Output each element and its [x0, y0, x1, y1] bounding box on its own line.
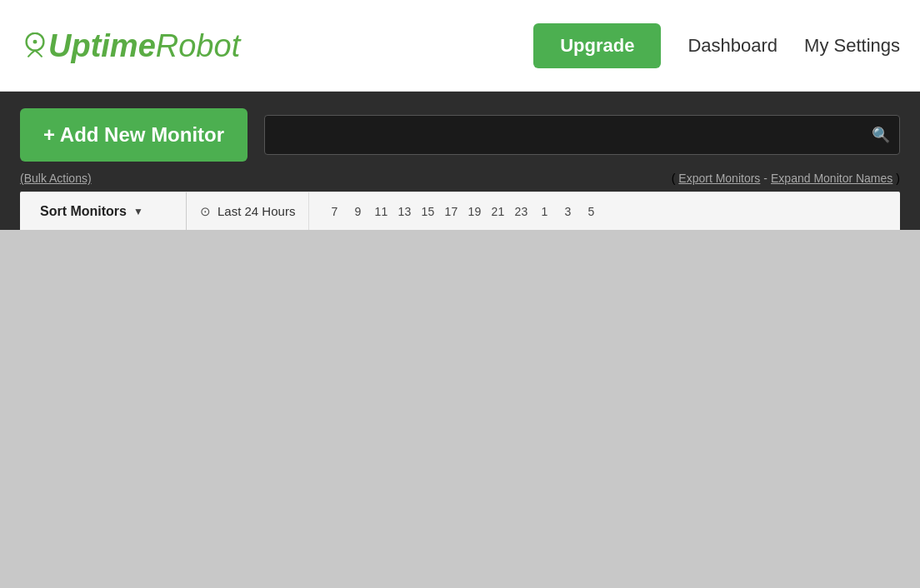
- hour-marker: 13: [392, 205, 416, 218]
- logo-text: UptimeRobot: [48, 30, 240, 62]
- hour-marker: 19: [462, 205, 486, 218]
- toolbar-row: + Add New Monitor 🔍: [20, 108, 900, 162]
- app-header: UptimeRobot Upgrade Dashboard My Setting…: [0, 0, 920, 92]
- main-toolbar: + Add New Monitor 🔍 (Bulk Actions) ( Exp…: [0, 92, 920, 230]
- hour-marker: 5: [579, 205, 602, 218]
- clock-icon: ⊙: [200, 204, 211, 219]
- hour-markers: 7911131517192123135: [309, 192, 900, 230]
- hour-marker: 7: [322, 205, 346, 218]
- my-settings-link[interactable]: My Settings: [804, 35, 900, 57]
- search-icon: 🔍: [872, 127, 890, 143]
- sort-monitors-button[interactable]: Sort Monitors ▼: [20, 192, 187, 230]
- hour-marker: 9: [346, 205, 369, 218]
- hour-marker: 17: [439, 205, 462, 218]
- search-icon-button[interactable]: 🔍: [872, 126, 890, 144]
- logo-icon: [22, 32, 48, 59]
- hour-marker: 21: [486, 205, 509, 218]
- svg-point-1: [33, 39, 38, 43]
- monitor-list-header: Sort Monitors ▼ ⊙ Last 24 Hours 79111315…: [20, 192, 900, 230]
- export-monitors-link[interactable]: Export Monitors: [678, 172, 760, 185]
- upgrade-button[interactable]: Upgrade: [533, 23, 661, 68]
- hour-marker: 15: [416, 205, 439, 218]
- logo-uptime: Uptime: [48, 28, 156, 63]
- export-separator: -: [763, 172, 768, 185]
- time-range-header: ⊙ Last 24 Hours: [187, 192, 309, 230]
- bulk-actions-link[interactable]: (Bulk Actions): [20, 172, 92, 185]
- hour-marker: 23: [509, 205, 532, 218]
- content-area: [0, 230, 920, 530]
- header-nav: Upgrade Dashboard My Settings: [533, 23, 900, 68]
- expand-monitor-names-link[interactable]: Expand Monitor Names: [771, 172, 892, 185]
- export-paren-close: ): [896, 172, 900, 185]
- logo: UptimeRobot: [20, 30, 240, 62]
- actions-row: (Bulk Actions) ( Export Monitors - Expan…: [20, 172, 900, 192]
- export-links: ( Export Monitors - Expand Monitor Names…: [672, 172, 900, 185]
- dashboard-link[interactable]: Dashboard: [688, 35, 778, 57]
- logo-robot: Robot: [156, 28, 240, 63]
- chevron-down-icon: ▼: [133, 206, 143, 217]
- time-range-label: Last 24 Hours: [218, 204, 295, 218]
- search-input[interactable]: [264, 115, 900, 155]
- hour-marker: 1: [532, 205, 556, 218]
- sort-monitors-label: Sort Monitors: [40, 204, 127, 219]
- export-paren-open: (: [672, 172, 676, 185]
- hour-marker: 3: [556, 205, 579, 218]
- add-monitor-button[interactable]: + Add New Monitor: [20, 108, 248, 162]
- search-container: 🔍: [264, 115, 900, 155]
- hour-marker: 11: [369, 205, 392, 218]
